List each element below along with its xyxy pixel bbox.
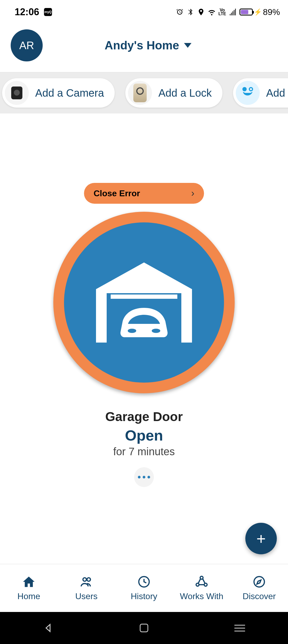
app-header: AR Andy's Home <box>0 24 288 72</box>
svg-point-0 <box>242 87 247 91</box>
add-device-row[interactable]: Add a Camera Add a Lock Add a Co <box>0 72 288 113</box>
discover-icon <box>252 575 266 589</box>
alarm-icon <box>176 8 184 16</box>
users-icon <box>79 575 93 589</box>
chip-label: Add a Lock <box>158 87 212 99</box>
nav-history[interactable]: History <box>115 575 173 601</box>
more-dots-icon <box>138 476 141 478</box>
bottom-nav: Home Users History Works With Discover <box>0 564 288 612</box>
battery-icon <box>239 9 253 15</box>
nav-home[interactable]: Home <box>0 575 58 601</box>
nav-label: History <box>131 591 157 601</box>
battery-percent: 89% <box>263 7 280 17</box>
back-button[interactable] <box>43 623 54 633</box>
main-content: Close Error › Garage Door Open for 7 min… <box>0 113 288 564</box>
device-duration: for 7 minutes <box>113 446 175 458</box>
nav-label: Works With <box>180 591 223 601</box>
svg-point-11 <box>254 577 265 587</box>
nav-label: Discover <box>243 591 276 601</box>
location-icon <box>197 8 205 16</box>
close-error-button[interactable]: Close Error › <box>84 183 204 204</box>
chip-label: Add a Co <box>266 87 288 99</box>
history-icon <box>137 575 151 589</box>
bluetooth-icon <box>186 8 194 16</box>
error-label: Close Error <box>94 189 191 198</box>
device-name: Garage Door <box>105 409 183 424</box>
device-control-button[interactable] <box>53 212 235 393</box>
nav-label: Users <box>75 591 98 601</box>
chip-label: Add a Camera <box>35 87 104 99</box>
home-selector[interactable]: Andy's Home <box>19 39 277 52</box>
svg-point-5 <box>83 578 86 581</box>
svg-point-3 <box>128 329 136 333</box>
recents-button[interactable] <box>234 625 245 631</box>
status-bar: 12:06 myQ VoLTE ⚡ 89% <box>0 0 288 24</box>
add-device-fab[interactable]: + <box>245 523 277 554</box>
camera-icon <box>5 81 29 105</box>
add-lock-chip[interactable]: Add a Lock <box>125 78 222 108</box>
home-button[interactable] <box>140 624 148 632</box>
svg-point-4 <box>152 329 160 333</box>
volte-icon: VoLTE <box>218 8 226 16</box>
nav-discover[interactable]: Discover <box>230 575 288 601</box>
garage-open-icon <box>96 262 192 343</box>
nav-users[interactable]: Users <box>58 575 115 601</box>
home-icon <box>22 575 36 589</box>
device-more-button[interactable] <box>134 467 154 487</box>
add-controller-chip[interactable]: Add a Co <box>233 78 288 108</box>
nav-works-with[interactable]: Works With <box>173 575 230 601</box>
add-camera-chip[interactable]: Add a Camera <box>2 78 115 108</box>
system-nav-bar <box>0 612 288 644</box>
svg-rect-2 <box>111 294 177 299</box>
svg-point-6 <box>87 578 90 581</box>
svg-point-8 <box>200 576 203 579</box>
signal-icon <box>229 8 237 16</box>
chevron-right-icon: › <box>191 188 194 199</box>
svg-point-1 <box>249 88 253 91</box>
home-name: Andy's Home <box>105 39 179 52</box>
charging-icon: ⚡ <box>254 8 262 16</box>
status-time: 12:06 <box>15 6 39 18</box>
lock-icon <box>128 81 152 105</box>
device-state: Open <box>125 427 163 444</box>
controller-icon <box>236 81 260 105</box>
chevron-down-icon <box>184 43 191 48</box>
app-running-icon: myQ <box>44 8 52 16</box>
status-icons: VoLTE ⚡ 89% <box>176 7 280 17</box>
wifi-icon <box>208 8 216 16</box>
nav-label: Home <box>17 591 40 601</box>
works-with-icon <box>195 575 209 589</box>
plus-icon: + <box>256 529 266 548</box>
